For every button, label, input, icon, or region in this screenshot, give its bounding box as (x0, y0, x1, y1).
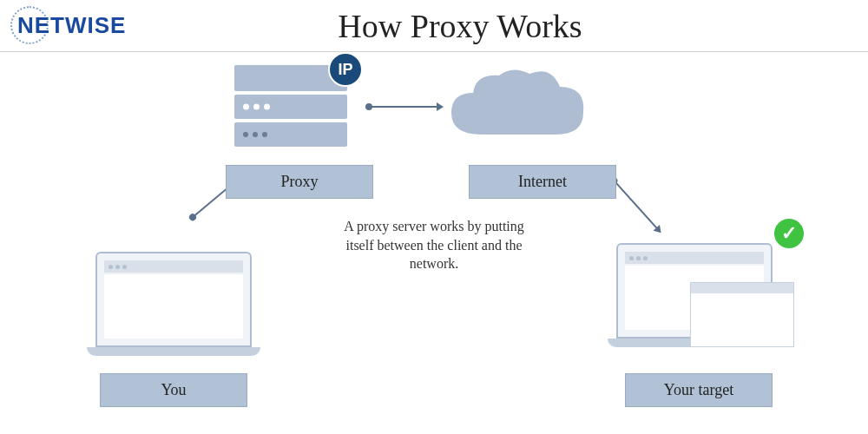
brand-logo: NETWISE (9, 4, 156, 48)
server-lights-icon (243, 104, 270, 110)
internet-label: Internet (469, 165, 616, 199)
header: NETWISE How Proxy Works (0, 0, 868, 52)
arrow-proxy-internet-icon (369, 106, 438, 108)
browser-chrome-icon (104, 260, 243, 273)
page-title: How Proxy Works (52, 7, 868, 45)
diagram: IP Proxy Internet You Your target A prox… (0, 52, 868, 434)
popup-window-icon (690, 282, 794, 347)
laptop-you-icon (87, 252, 260, 356)
server-unit (234, 95, 347, 119)
arrow-internet-target-icon (614, 180, 659, 229)
description-text: A proxy server works by putting itself b… (330, 217, 538, 273)
cloud-icon (443, 65, 590, 155)
proxy-label: Proxy (226, 165, 373, 199)
checkmark-badge-icon: ✓ (773, 217, 806, 250)
browser-chrome-icon (625, 252, 764, 264)
server-unit (234, 122, 347, 147)
brand-name: NETWISE (17, 12, 126, 39)
you-label: You (100, 373, 247, 407)
ip-badge-icon: IP (328, 52, 363, 87)
server-ports-icon (243, 132, 267, 137)
target-label: Your target (625, 373, 773, 407)
laptop-target-icon (608, 243, 781, 347)
